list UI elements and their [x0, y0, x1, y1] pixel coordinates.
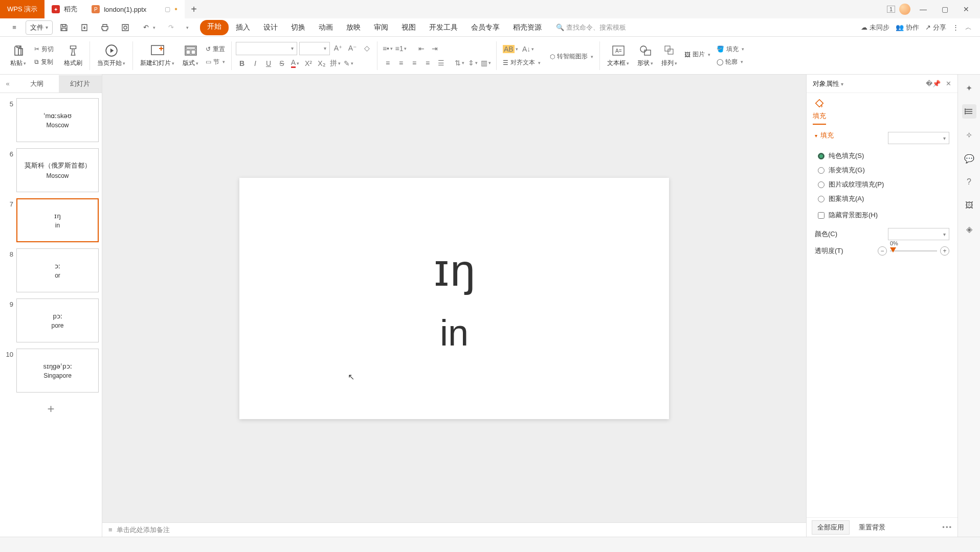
- layout-button[interactable]: 版式: [180, 42, 202, 68]
- collab-button[interactable]: 👥协作: [896, 23, 919, 32]
- close-button[interactable]: ✕: [957, 0, 975, 18]
- opacity-increase[interactable]: +: [940, 246, 949, 256]
- rail-comments-button[interactable]: 💬: [962, 151, 976, 166]
- cut-button[interactable]: ✂剪切: [32, 44, 56, 55]
- canvas-viewport[interactable]: ɪŋ in ↖: [102, 75, 806, 522]
- fill-preset-combo[interactable]: [888, 132, 949, 144]
- ribbon-tab-8[interactable]: 开发工具: [423, 20, 464, 35]
- slide-canvas[interactable]: ɪŋ in: [239, 178, 669, 419]
- redo-button[interactable]: ↷: [162, 20, 180, 35]
- italic-button[interactable]: I: [249, 57, 261, 70]
- opacity-slider[interactable]: 0%: [890, 250, 937, 251]
- radio-gradient-fill[interactable]: 渐变填充(G): [818, 166, 949, 175]
- app-tab-docer[interactable]: ✦ 稻壳: [44, 0, 84, 18]
- search-box[interactable]: 🔍 查找命令、搜索模板: [556, 23, 626, 32]
- user-avatar[interactable]: [899, 4, 910, 15]
- copy-button[interactable]: ⧉复制: [32, 57, 56, 67]
- panel-title[interactable]: 对象属性: [813, 79, 843, 88]
- decrease-indent-button[interactable]: ⇤: [415, 42, 428, 55]
- slide-thumb-5[interactable]: ˈmɑːskəʊMoscow: [16, 98, 99, 142]
- tab-fill[interactable]: 填充: [813, 97, 826, 125]
- export-button[interactable]: [75, 20, 94, 35]
- ribbon-tab-3[interactable]: 切换: [285, 20, 311, 35]
- rail-help-button[interactable]: ?: [962, 175, 976, 189]
- close-panel-icon[interactable]: ✕: [946, 80, 951, 87]
- share-button[interactable]: ↗分享: [925, 23, 946, 32]
- subscript-button[interactable]: X₂: [316, 57, 328, 70]
- save-button[interactable]: [55, 20, 73, 35]
- arrange-button[interactable]: 排列: [658, 42, 680, 68]
- align-text-button[interactable]: ☰对齐文本: [501, 57, 543, 68]
- app-tab-wps[interactable]: WPS 演示: [0, 0, 44, 18]
- numbering-button[interactable]: ≡1: [395, 42, 407, 55]
- picture-button[interactable]: 🖼图片: [682, 49, 712, 60]
- slide-thumb-10[interactable]: sɪŋgəˈpɔːSingapore: [16, 349, 99, 393]
- slide-thumb-6[interactable]: 莫斯科（俄罗斯首都）Moscow: [16, 148, 99, 192]
- print-button[interactable]: [96, 20, 114, 35]
- ribbon-tab-9[interactable]: 会员专享: [465, 20, 506, 35]
- add-slide-button[interactable]: +: [3, 399, 99, 419]
- format-painter-button[interactable]: 格式刷: [61, 42, 85, 68]
- color-combo[interactable]: [888, 228, 949, 240]
- more-options-button[interactable]: •••: [942, 523, 952, 531]
- ribbon-tab-6[interactable]: 审阅: [368, 20, 394, 35]
- shape-button[interactable]: 形状: [634, 42, 656, 68]
- line-spacing-button[interactable]: ⇕: [466, 57, 479, 69]
- collapse-panel-button[interactable]: «: [0, 80, 15, 87]
- undo-button[interactable]: ↶▾: [137, 20, 160, 35]
- ribbon-tab-1[interactable]: 插入: [230, 20, 256, 35]
- print-preview-button[interactable]: [116, 20, 135, 35]
- file-menu[interactable]: 文件▾: [26, 20, 53, 35]
- strike-button[interactable]: S: [276, 57, 288, 70]
- reset-button[interactable]: ↺重置: [204, 44, 227, 55]
- pinyin-button[interactable]: 拼: [329, 57, 341, 70]
- align-distribute-button[interactable]: ☰: [435, 57, 447, 69]
- ribbon-tab-2[interactable]: 设计: [257, 20, 284, 35]
- bold-button[interactable]: B: [236, 57, 248, 70]
- smartart-button[interactable]: ⬡转智能图形: [548, 51, 595, 62]
- slide-thumb-9[interactable]: pɔːpore: [16, 298, 99, 342]
- ribbon-tab-0[interactable]: 开始: [200, 20, 229, 35]
- align-justify-button[interactable]: ≡: [421, 57, 434, 69]
- slider-thumb-icon[interactable]: [890, 247, 896, 252]
- font-color-button[interactable]: A: [289, 57, 301, 70]
- radio-picture-fill[interactable]: 图片或纹理填充(P): [818, 180, 949, 189]
- apply-all-button[interactable]: 全部应用: [812, 520, 850, 535]
- radio-solid-fill[interactable]: 纯色填充(S): [818, 151, 949, 160]
- superscript-button[interactable]: X²: [302, 57, 315, 70]
- rail-design-button[interactable]: ✧: [962, 128, 976, 142]
- hamburger-button[interactable]: ≡: [5, 20, 24, 35]
- paste-button[interactable]: 粘贴: [7, 42, 29, 68]
- rail-ai-button[interactable]: ✦: [962, 81, 976, 95]
- font-size-combo[interactable]: ▾: [299, 42, 330, 55]
- window-count-badge[interactable]: 1: [887, 6, 895, 13]
- section-button[interactable]: ▭节: [204, 57, 227, 67]
- font-combo[interactable]: ▾: [236, 42, 297, 55]
- rail-properties-button[interactable]: [962, 104, 976, 119]
- qat-customize[interactable]: ▾: [182, 23, 193, 32]
- collapse-ribbon[interactable]: ︿: [965, 23, 972, 32]
- bullets-button[interactable]: ≡•: [382, 42, 394, 55]
- textbox-button[interactable]: A= 文本框: [604, 42, 632, 68]
- increase-indent-button[interactable]: ⇥: [429, 42, 441, 55]
- new-tab-button[interactable]: +: [185, 0, 203, 18]
- ribbon-tab-4[interactable]: 动画: [313, 20, 339, 35]
- thumbnails-list[interactable]: 5ˈmɑːskəʊMoscow6莫斯科（俄罗斯首都）Moscow7ɪŋin8ɔː…: [0, 93, 102, 537]
- slide-thumb-7[interactable]: ɪŋin: [16, 198, 99, 242]
- slide-thumb-8[interactable]: ɔːor: [16, 248, 99, 292]
- present-icon[interactable]: ▢: [165, 6, 170, 13]
- new-slide-button[interactable]: 新建幻灯片: [137, 42, 177, 68]
- ribbon-tab-5[interactable]: 放映: [340, 20, 367, 35]
- check-hide-bg[interactable]: 隐藏背景图形(H): [818, 211, 949, 220]
- ribbon-tab-10[interactable]: 稻壳资源: [507, 20, 548, 35]
- increase-font-button[interactable]: A⁺: [332, 42, 344, 54]
- document-tab[interactable]: P london(1).pptx ▢ •: [84, 0, 185, 18]
- notes-bar[interactable]: ≡ 单击此处添加备注: [102, 522, 806, 537]
- rail-location-button[interactable]: ◈: [962, 222, 976, 236]
- pin-icon[interactable]: �📌: [926, 80, 941, 87]
- decrease-font-button[interactable]: A⁻: [346, 42, 359, 54]
- align-right-button[interactable]: ≡: [408, 57, 420, 69]
- vertical-align-button[interactable]: ⇅: [453, 57, 465, 69]
- columns-button[interactable]: ▥: [480, 57, 492, 69]
- fill-button[interactable]: 🪣填充: [715, 44, 746, 55]
